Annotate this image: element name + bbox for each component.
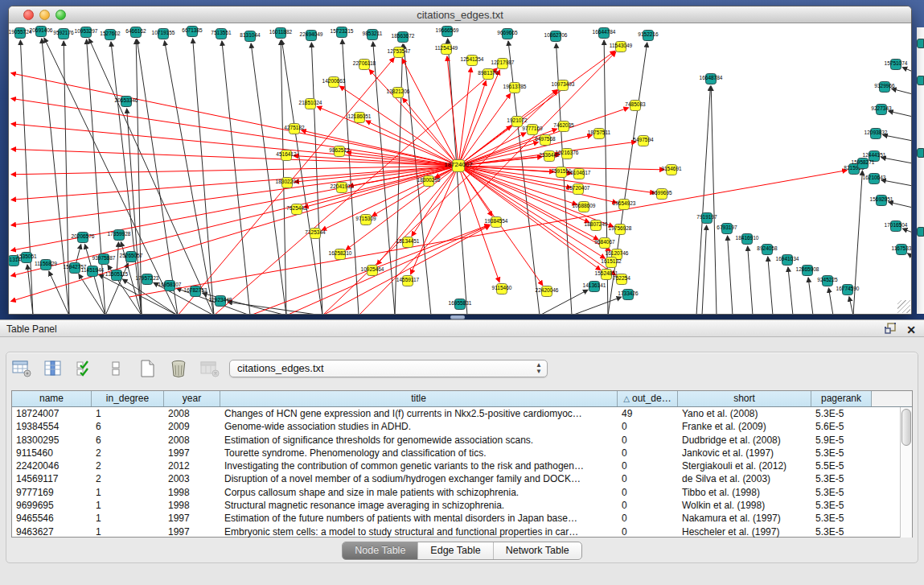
citation-edge-black[interactable] xyxy=(808,278,813,314)
table-cell[interactable]: 18300295 xyxy=(12,434,92,447)
citation-edge-black[interactable] xyxy=(572,297,622,314)
table-cell[interactable]: 2 xyxy=(92,472,164,485)
network-canvas[interactable]: 1905572420691406959217610953297152760264… xyxy=(9,23,911,314)
table-cell[interactable]: Genome-wide association studies in ADHD. xyxy=(220,420,618,433)
table-cell[interactable]: 2012 xyxy=(164,459,220,472)
citation-edge-red[interactable] xyxy=(369,70,458,166)
citation-edge-red[interactable] xyxy=(458,51,615,166)
table-cell[interactable]: 6 xyxy=(92,434,164,447)
table-cell[interactable]: Yano et al. (2008) xyxy=(678,407,811,420)
table-cell[interactable]: 0 xyxy=(618,525,678,538)
table-cell[interactable]: 9115460 xyxy=(12,447,92,459)
citation-edge-red[interactable] xyxy=(11,166,458,200)
table-cell[interactable]: 1 xyxy=(92,525,164,538)
table-cell[interactable]: Nakamura et al. (1997) xyxy=(678,512,811,525)
table-cell[interactable]: Tourette syndrome. Phenomenology and cla… xyxy=(220,447,618,459)
table-cell[interactable]: 49 xyxy=(618,407,678,420)
table-cell[interactable]: Structural magnetic resonance image aver… xyxy=(220,499,618,512)
tab-network-table[interactable]: Network Table xyxy=(493,542,581,559)
column-header-out_de[interactable]: △out_de… xyxy=(618,391,678,406)
table-cell[interactable]: Wolkin et al. (1998) xyxy=(678,499,811,512)
table-cell[interactable]: 5.3E-5 xyxy=(811,407,872,420)
table-cell[interactable]: Dudbridge et al. (2008) xyxy=(678,434,811,447)
column-header-title[interactable]: title xyxy=(220,391,618,406)
table-row[interactable]: 977716911998Corpus callosum shape and si… xyxy=(12,486,912,499)
table-cell[interactable]: 1 xyxy=(92,499,164,512)
table-cell[interactable]: Changes of HCN gene expression and I(f) … xyxy=(220,407,618,420)
table-cell[interactable]: Disruption of a novel member of a sodium… xyxy=(220,472,618,485)
citation-edge-black[interactable] xyxy=(853,171,862,314)
table-cell[interactable]: 2008 xyxy=(164,407,220,420)
table-cell[interactable]: 1 xyxy=(92,486,164,499)
citation-edge-black[interactable] xyxy=(311,43,322,314)
table-row[interactable]: 946554611997Estimation of the future num… xyxy=(12,512,912,525)
citation-edge-black[interactable] xyxy=(902,68,911,72)
table-cell[interactable]: 19384554 xyxy=(12,420,92,433)
table-cell[interactable]: 9465546 xyxy=(12,512,92,525)
citation-edge-black[interactable] xyxy=(702,225,707,314)
column-header-in_degree[interactable]: in_degree xyxy=(92,391,164,406)
table-cell[interactable]: 0 xyxy=(618,499,678,512)
table-cell[interactable]: 5.6E-5 xyxy=(811,420,872,433)
citation-edge-red[interactable] xyxy=(458,81,486,166)
table-cell[interactable]: 14569117 xyxy=(12,472,92,485)
citation-edge-black[interactable] xyxy=(889,202,911,208)
citation-edge-black[interactable] xyxy=(881,158,911,163)
table-cell[interactable]: Estimation of the future numbers of pati… xyxy=(220,512,618,525)
table-cell[interactable]: Tibbo et al. (1998) xyxy=(678,486,811,499)
citation-edge-black[interactable] xyxy=(281,40,322,314)
column-header-name[interactable]: name xyxy=(12,391,92,406)
table-cell[interactable]: 5.3E-5 xyxy=(811,512,872,525)
citation-edge-black[interactable] xyxy=(902,229,911,233)
citation-edge-black[interactable] xyxy=(79,274,105,314)
table-cell[interactable]: 2 xyxy=(92,459,164,472)
table-row[interactable]: 1830029562008Estimation of significance … xyxy=(12,434,912,447)
table-cell[interactable]: 5.5E-5 xyxy=(811,459,872,472)
citation-edge-red[interactable] xyxy=(11,98,458,166)
table-row[interactable]: 1456911722003Disruption of a novel membe… xyxy=(12,472,912,485)
table-cell[interactable]: de Silva et al. (2003) xyxy=(678,472,811,485)
citation-edge-black[interactable] xyxy=(711,86,717,314)
table-row[interactable]: 911546021997Tourette syndrome. Phenomeno… xyxy=(12,447,912,459)
table-cell[interactable]: 5.3E-5 xyxy=(811,525,872,538)
close-panel-icon[interactable]: ✕ xyxy=(906,324,916,336)
scrollbar-thumb[interactable] xyxy=(901,409,911,446)
citation-edge-black[interactable] xyxy=(165,41,214,314)
table-row[interactable]: 1872400712008Changes of HCN gene express… xyxy=(12,407,912,420)
table-cell[interactable]: 2009 xyxy=(164,420,220,433)
table-cell[interactable]: 1998 xyxy=(164,499,220,512)
column-header-short[interactable]: short xyxy=(678,391,811,406)
table-cell[interactable]: 5.9E-5 xyxy=(811,434,872,447)
column-header-pagerank[interactable]: pagerank xyxy=(811,391,872,406)
table-cell[interactable]: 2 xyxy=(92,447,164,459)
citation-edge-black[interactable] xyxy=(222,41,250,314)
citation-edge-black[interactable] xyxy=(49,271,69,314)
delete-column-trash-button[interactable] xyxy=(168,359,189,378)
table-cell[interactable]: 22420046 xyxy=(12,459,92,472)
column-header-year[interactable]: year xyxy=(164,391,220,406)
float-panel-icon[interactable] xyxy=(885,323,897,337)
citation-edge-black[interactable] xyxy=(508,41,540,314)
table-cell[interactable]: 9777169 xyxy=(12,486,92,499)
table-cell[interactable]: 6 xyxy=(92,420,164,433)
table-cell[interactable]: 9463627 xyxy=(12,525,92,538)
table-cell[interactable]: Corpus callosum shape and size in male p… xyxy=(220,486,618,499)
table-cell[interactable]: 0 xyxy=(618,486,678,499)
show-column-button[interactable] xyxy=(43,359,64,378)
vertical-scrollbar[interactable] xyxy=(900,407,912,538)
table-cell[interactable]: 0 xyxy=(618,420,678,433)
table-cell[interactable]: 5.3E-5 xyxy=(811,472,872,485)
citation-edge-black[interactable] xyxy=(849,297,853,314)
citation-edge-red[interactable] xyxy=(11,124,458,166)
citation-edge-black[interactable] xyxy=(193,39,214,314)
citation-edge-black[interactable] xyxy=(883,135,911,141)
window-titlebar[interactable]: citations_edges.txt xyxy=(9,6,911,23)
citation-edge-black[interactable] xyxy=(892,89,911,94)
table-cell[interactable]: 2008 xyxy=(164,434,220,447)
table-cell[interactable]: 5.3E-5 xyxy=(811,499,872,512)
table-cell[interactable]: 1997 xyxy=(164,525,220,538)
unselect-all-columns-button[interactable] xyxy=(105,359,126,378)
select-all-columns-button[interactable] xyxy=(74,359,95,378)
tab-node-table[interactable]: Node Table xyxy=(343,542,417,559)
table-cell[interactable]: 0 xyxy=(618,472,678,485)
